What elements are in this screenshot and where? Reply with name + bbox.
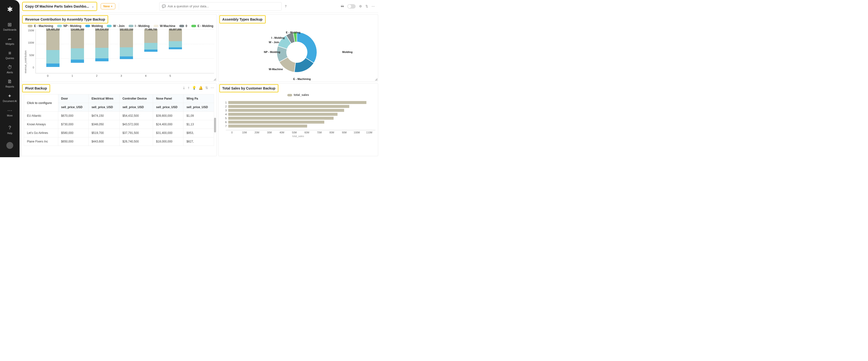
column-header[interactable]: Door (58, 94, 88, 103)
table-row[interactable]: Knowi Airways$730,000$348,050$43,572,000… (24, 120, 214, 129)
bar-column[interactable]: 68,697,000 (168, 29, 183, 73)
bar-column[interactable]: 77,496,700 (144, 29, 158, 73)
widget-title: Revenue Contribution by Assembly Type Ba… (22, 15, 108, 24)
sidebar-item-label: Alerts (7, 71, 13, 74)
pivot-table[interactable]: Click to configureDoorElectrical WiresCo… (24, 94, 214, 146)
legend-item[interactable]: NP - Molding (57, 24, 81, 28)
table-row[interactable]: EU Atlantic$670,000$474,150$54,432,500$3… (24, 112, 214, 120)
hbar-bar (228, 105, 349, 108)
hbar-row[interactable]: 2 (223, 105, 368, 108)
sidebar-item-document-ai[interactable]: ✦Document AI (3, 93, 17, 103)
table-cell: $18,000,000 (153, 137, 183, 146)
x-tick: 4 (138, 74, 153, 77)
export-icon[interactable]: ⤓ (183, 86, 185, 90)
hbar-row[interactable]: 4 (223, 113, 368, 116)
table-row[interactable]: Plane Fixers Inc$650,000$443,600$26,740,… (24, 137, 214, 146)
table-cell: $1,13 (183, 120, 214, 129)
column-subheader: sell_price_USD (153, 103, 183, 112)
hbar-row[interactable]: 5 (223, 117, 368, 120)
dashboard-title-dropdown[interactable]: Copy Of Machine Parts Sales Dashbo... ⌄ (22, 2, 97, 11)
bar-column[interactable]: 109,534,650 (95, 29, 109, 73)
x-tick: 80M (326, 131, 338, 134)
pivot-configure-cell[interactable]: Click to configure (24, 94, 58, 112)
more-icon: ⋯ (7, 107, 12, 113)
incognito-icon[interactable]: 🕶 (341, 4, 344, 8)
chart-icon[interactable]: ⫯ (188, 86, 190, 90)
donut-label: W-Machine (269, 68, 283, 71)
table-cell: $519,700 (88, 129, 119, 137)
hbar-row[interactable]: 7 (223, 124, 368, 128)
avatar[interactable] (6, 142, 13, 149)
legend-item[interactable]: 0 (179, 24, 187, 28)
row-label: Plane Fixers Inc (24, 137, 58, 146)
filter-icon[interactable]: ⇅ (205, 86, 208, 90)
bar-total-label: 109,534,650 (95, 28, 109, 40)
chat-icon: 💬 (162, 4, 166, 8)
scrollbar-thumb[interactable] (214, 118, 216, 133)
mode-toggle[interactable] (347, 4, 355, 8)
bell-icon[interactable]: 🔔 (198, 86, 203, 90)
sidebar-item-reports[interactable]: 🗎Reports (3, 79, 17, 88)
column-header[interactable]: Nose Panel (153, 94, 183, 103)
hbar-bar (228, 101, 367, 104)
x-tick: 30M (263, 131, 276, 134)
sidebar-item-label: Widgets (5, 43, 14, 45)
sidebar: ✱ ⊞Dashboards⫭Widgets≡Queries⏱Alerts🗎Rep… (0, 0, 20, 157)
table-cell: $474,150 (88, 112, 119, 120)
column-subheader: sell_price_USD (58, 103, 88, 112)
new-button[interactable]: New + (101, 3, 115, 9)
legend-item[interactable]: E - Molding (191, 24, 214, 28)
hbar-row[interactable]: 3 (223, 109, 368, 112)
donut-label: Molding (342, 51, 352, 53)
queries-icon: ≡ (8, 50, 11, 56)
help-icon: ？ (7, 124, 12, 131)
bar-column[interactable]: 114,666,300 (70, 29, 85, 73)
x-tick: 50M (288, 131, 301, 134)
legend-item[interactable]: Molding (85, 24, 103, 28)
resize-handle[interactable]: ◢ (375, 77, 377, 81)
column-header[interactable]: Wing Pa (183, 94, 214, 103)
y-axis-label: revenue_contribution (24, 29, 27, 73)
filter-icon[interactable]: ⇅ (365, 4, 368, 8)
question-help-icon[interactable]: ？ (284, 4, 287, 8)
widget-total-sales: Total Sales by Customer Backup total_sal… (218, 83, 378, 156)
x-tick: 0 (226, 131, 238, 134)
more-icon[interactable]: ⋯ (372, 4, 375, 8)
ask-question-input[interactable]: 💬 ？ (159, 2, 282, 10)
lightbulb-icon[interactable]: 💡 (192, 86, 196, 90)
resize-handle[interactable]: ◢ (213, 77, 216, 81)
sidebar-item-dashboards[interactable]: ⊞Dashboards (3, 22, 17, 31)
gear-icon[interactable]: ⚙ (359, 4, 362, 8)
column-header[interactable]: Electrical Wires (88, 94, 119, 103)
bar-column[interactable]: 102,022,150 (119, 29, 134, 73)
widget-title: Total Sales by Customer Backup (219, 84, 279, 92)
sidebar-item-queries[interactable]: ≡Queries (3, 50, 17, 60)
legend-item[interactable]: W - Join (107, 24, 125, 28)
dashboard-grid: Revenue Contribution by Assembly Type Ba… (20, 13, 378, 157)
sidebar-item-widgets[interactable]: ⫭Widgets (3, 36, 17, 45)
ask-question-field[interactable] (168, 4, 279, 8)
table-row[interactable]: Let's Go Airlines$580,000$519,700$37,791… (24, 129, 214, 137)
hbar-row[interactable]: 6 (223, 121, 368, 123)
sidebar-help[interactable]: ？ Help (0, 124, 20, 135)
donut-label: I - Molding (271, 36, 285, 39)
bar-segment (144, 50, 157, 52)
hbar-row[interactable]: 1 (223, 101, 368, 104)
dashboards-icon: ⊞ (8, 22, 12, 27)
sidebar-item-label: Help (7, 132, 12, 135)
legend-item[interactable]: E - Machining (28, 24, 53, 28)
sidebar-item-more[interactable]: ⋯More (3, 107, 17, 117)
widget-pivot: Pivot Backup ⤓ ⫯ 💡 🔔 ⇅ ⋯ Click to config… (21, 83, 217, 156)
bar-segment (71, 60, 84, 63)
column-header[interactable]: Controller Device (119, 94, 153, 103)
bar-column[interactable]: 129,405,250 (45, 29, 60, 73)
hbar-bar (228, 121, 324, 123)
more-icon[interactable]: ⋯ (211, 86, 214, 90)
x-tick: 70M (313, 131, 326, 134)
x-tick: 110M (363, 131, 375, 134)
legend-item[interactable]: I - Molding (129, 24, 150, 28)
table-cell: $1,09 (183, 112, 214, 120)
legend-item[interactable]: W-Machine (154, 24, 175, 28)
sidebar-item-alerts[interactable]: ⏱Alerts (3, 64, 17, 74)
bar-segment (71, 48, 84, 59)
